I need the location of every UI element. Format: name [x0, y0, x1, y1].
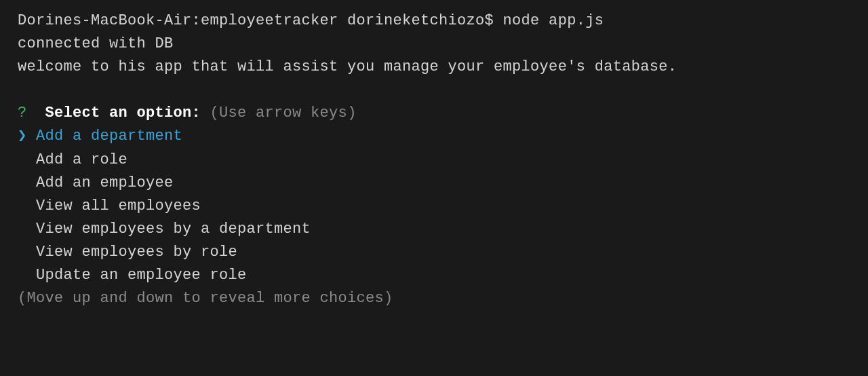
menu-option[interactable]: View employees by role — [18, 241, 850, 264]
menu-option[interactable]: Update an employee role — [18, 264, 850, 287]
menu-option[interactable]: Add a role — [18, 149, 850, 172]
prompt-hint: (Use arrow keys) — [210, 105, 357, 121]
menu-option[interactable]: View employees by a department — [18, 218, 850, 241]
menu-option-selected[interactable]: ❯ Add a department — [18, 125, 850, 148]
menu-option[interactable]: Add an employee — [18, 172, 850, 195]
pointer-icon: ❯ — [18, 128, 27, 145]
menu-option[interactable]: View all employees — [18, 195, 850, 218]
blank-line — [18, 79, 850, 102]
command-line: Dorines-MacBook-Air:employeetracker dori… — [18, 10, 850, 33]
inquirer-prompt: ? Select an option: (Use arrow keys) — [18, 102, 850, 125]
terminal-output[interactable]: Dorines-MacBook-Air:employeetracker dori… — [18, 10, 850, 310]
output-line-1: connected with DB — [18, 33, 850, 56]
question-mark-icon: ? — [18, 105, 27, 121]
menu-item-label: View employees by a department — [36, 221, 311, 238]
output-line-2: welcome to his app that will assist you … — [18, 56, 850, 79]
menu-item-label: View employees by role — [36, 244, 237, 261]
prompt-label: Select an option: — [45, 105, 201, 121]
menu-item-label: View all employees — [36, 198, 201, 214]
footer-hint: (Move up and down to reveal more choices… — [18, 287, 850, 310]
menu-item-label: Add an employee — [36, 174, 174, 191]
menu-item-label: Add a role — [36, 151, 127, 168]
menu-item-label: Add a department — [36, 128, 182, 145]
menu-item-label: Update an employee role — [36, 267, 247, 284]
